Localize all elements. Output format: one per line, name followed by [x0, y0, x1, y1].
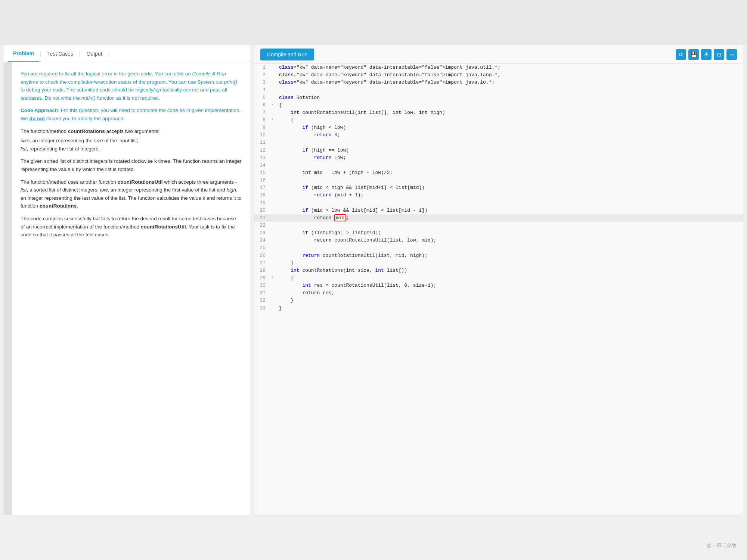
line-code[interactable]: int mid = low + (high - low)/2;	[275, 169, 743, 177]
line-code[interactable]: int countRotationsUtil(int list[], int l…	[275, 109, 743, 116]
tab-test-cases[interactable]: Test Cases	[42, 46, 78, 61]
line-number: 29	[254, 274, 269, 282]
line-fold: ▾	[269, 102, 275, 109]
para3-size: size	[21, 138, 30, 143]
tab-sep-1: |	[40, 51, 41, 57]
para5-list: list	[21, 187, 27, 193]
para1-sysout: System.out.print()	[198, 79, 238, 85]
compile-run-button[interactable]: Compile and Run	[260, 49, 314, 60]
code-line: 28 int countRotations(int size, int list…	[254, 267, 743, 274]
line-code[interactable]: int countRotations(int size, int list[])	[275, 267, 743, 274]
code-line: 9 if (high < low)	[254, 124, 743, 131]
line-code[interactable]: {	[275, 274, 743, 282]
line-code[interactable]	[275, 139, 743, 146]
code-line: 26 return countRotationsUtil(list, mid, …	[254, 252, 743, 259]
code-line: 27 }	[254, 259, 743, 267]
line-code[interactable]: }	[275, 259, 743, 267]
line-code[interactable]	[275, 199, 743, 207]
line-number: 12	[254, 147, 269, 154]
para2-end: expect you to modify the approach.	[45, 116, 125, 121]
line-code[interactable]: {	[275, 116, 743, 124]
line-code[interactable]: }	[275, 297, 743, 304]
tab-problem[interactable]: Problem	[8, 46, 39, 62]
line-fold	[269, 214, 275, 222]
line-code[interactable]	[275, 244, 743, 252]
para5-bold: countRotationsUtil	[118, 179, 163, 185]
para1-main: main()	[81, 95, 96, 101]
code-line: 31 return res;	[254, 289, 743, 297]
code-line: 29 ▾ {	[254, 274, 743, 282]
tab-output[interactable]: Output	[81, 46, 108, 61]
fullscreen-icon[interactable]: ▭	[726, 49, 737, 60]
keyword: class	[279, 65, 294, 70]
theme-icon[interactable]: ☀	[701, 49, 712, 60]
line-code[interactable]: if (high < low)	[275, 124, 743, 131]
line-number: 14	[254, 162, 269, 169]
line-number: 3	[254, 79, 269, 86]
line-code[interactable]	[275, 222, 743, 229]
keyword: return	[302, 290, 320, 296]
line-code[interactable]: return low;	[275, 154, 743, 162]
line-fold	[269, 289, 275, 297]
line-number: 6	[254, 102, 269, 109]
line-number: 11	[254, 139, 269, 146]
keyword: return	[314, 237, 332, 243]
line-code[interactable]: return res;	[275, 289, 743, 297]
content-area: Problem | Test Cases | Output | You are …	[0, 45, 747, 515]
line-code[interactable]: if (list[high] > list[mid])	[275, 229, 743, 237]
split-icon[interactable]: ⊡	[714, 49, 724, 60]
line-code[interactable]: return countRotationsUtil(list, mid, hig…	[275, 252, 743, 259]
line-code[interactable]: return mid;	[275, 214, 743, 222]
code-line: 3 class="kw" data-name="keyword" data-in…	[254, 79, 743, 86]
line-code[interactable]: int res = countRotationsUtil(list, 0, si…	[275, 282, 743, 289]
line-fold	[269, 139, 275, 146]
line-number: 5	[254, 94, 269, 102]
line-code[interactable]: class="kw" data-name="keyword" data-inte…	[275, 64, 743, 71]
reset-icon[interactable]: ↺	[676, 49, 686, 60]
line-code[interactable]	[275, 162, 743, 169]
code-line: 16	[254, 177, 743, 184]
line-code[interactable]: if (high == low)	[275, 147, 743, 154]
line-code[interactable]: if (mid > low && list[mid] < list[mid - …	[275, 207, 743, 214]
line-number: 20	[254, 207, 269, 214]
keyword: int	[291, 110, 299, 115]
code-line: 17 if (mid < high && list[mid+1] < list[…	[254, 184, 743, 192]
line-number: 21	[254, 214, 269, 222]
line-number: 2	[254, 71, 269, 79]
line-code[interactable]	[275, 177, 743, 184]
line-fold	[269, 237, 275, 244]
line-code[interactable]: class="kw" data-name="keyword" data-inte…	[275, 71, 743, 79]
keyword: int	[393, 110, 401, 115]
save-icon[interactable]: 💾	[688, 49, 699, 60]
line-code[interactable]: }	[275, 305, 743, 312]
line-fold	[269, 297, 275, 304]
keyword: if	[302, 147, 308, 153]
line-fold	[269, 244, 275, 252]
line-number: 22	[254, 222, 269, 229]
keyword: int	[346, 268, 354, 273]
line-code[interactable]: {	[275, 102, 743, 109]
line-code[interactable]: class Rotation	[275, 94, 743, 102]
line-code[interactable]: return countRotationsUtil(list, low, mid…	[275, 237, 743, 244]
line-code[interactable]: return 0;	[275, 131, 743, 139]
line-number: 26	[254, 252, 269, 259]
keyword: if	[302, 230, 308, 236]
code-line: 25	[254, 244, 743, 252]
line-code[interactable]: class="kw" data-name="keyword" data-inte…	[275, 79, 743, 86]
keyword: class	[279, 80, 294, 85]
mid-highlight: mid	[334, 214, 346, 221]
keyword: return	[314, 192, 332, 198]
line-code[interactable]	[275, 86, 743, 94]
line-number: 32	[254, 297, 269, 304]
line-fold	[269, 282, 275, 289]
line-number: 8	[254, 116, 269, 124]
line-fold	[269, 305, 275, 312]
line-code[interactable]: if (mid < high && list[mid+1] < list[mid…	[275, 184, 743, 192]
keyword: return	[314, 155, 332, 161]
para1-text1: You are required to fix all the logical …	[21, 71, 192, 77]
problem-para3: The function/method countRotations accep…	[21, 127, 242, 136]
line-code[interactable]: return (mid + 1);	[275, 192, 743, 199]
line-number: 9	[254, 124, 269, 131]
line-number: 31	[254, 289, 269, 297]
line-number: 4	[254, 86, 269, 94]
